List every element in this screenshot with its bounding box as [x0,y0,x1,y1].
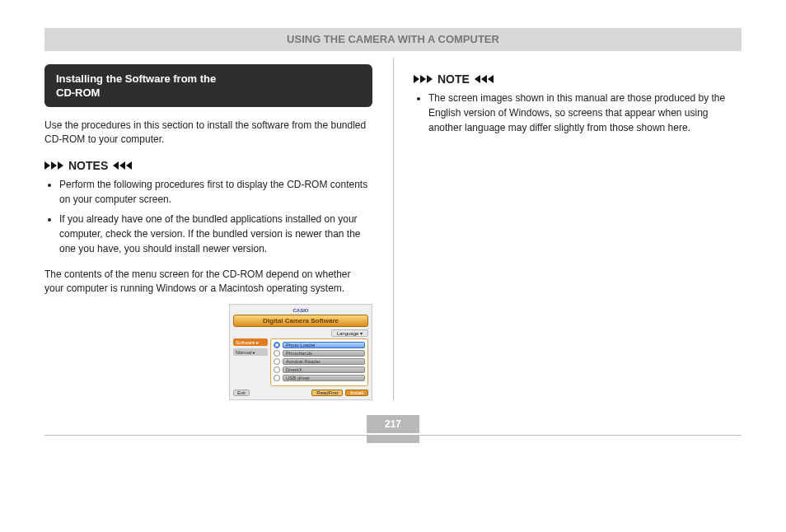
list-item-label: USB driver [283,375,365,381]
radio-icon [274,342,280,348]
sidebar-tab-manual: Manual ▸ [233,348,268,356]
installer-screenshot: CASIO Digital Camera Software Language ▾… [44,304,372,400]
install-button: Install [345,390,368,396]
chevrons-right-icon [44,161,63,170]
installer-list: Photo Loader Photohands Acrobat Reader D… [270,338,368,386]
column-divider-gap [372,51,414,400]
topic-title-box: Installing the Software from the CD-ROM [44,64,372,107]
page-number: 217 [367,415,419,433]
list-item: The screen images shown in this manual a… [428,91,742,135]
vertical-divider [393,58,394,400]
list-item: Perform the following procedures first t… [59,177,372,207]
radio-icon [274,358,280,365]
section-title: USING THE CAMERA WITH A COMPUTER [44,28,742,51]
section-bar: USING THE CAMERA WITH A COMPUTER [44,28,742,51]
list-item: USB driver [274,375,365,381]
notes-list: The screen images shown in this manual a… [428,91,742,135]
notes-heading-label: NOTE [437,72,470,86]
radio-icon [274,350,280,357]
chevrons-right-icon [414,75,433,83]
chevrons-left-icon [475,75,494,83]
installer-body: Software ▸ Manual ▸ Photo Loader Photoha… [233,338,368,386]
lead-text: Use the procedures in this section to in… [44,119,372,147]
installer-brand: CASIO [233,308,368,313]
list-item-label: Photohands [283,350,365,357]
installer-title: Digital Camera Software [233,315,368,327]
list-item-label: DirectX [283,366,365,373]
list-item: Acrobat Reader [274,358,365,365]
installer-sidebar: Software ▸ Manual ▸ [233,338,268,386]
notes-list: Perform the following procedures first t… [59,177,372,256]
list-item: DirectX [274,366,365,373]
sidebar-tab-software: Software ▸ [233,338,268,346]
list-item-label: Photo Loader [283,342,365,348]
page-footer: 217 [44,415,742,443]
list-item: If you already have one of the bundled a… [59,212,372,256]
installer-window: CASIO Digital Camera Software Language ▾… [229,304,372,400]
page-number-shadow [367,435,419,443]
list-item-label: Acrobat Reader [283,358,365,365]
topic-title-line2: CD-ROM [56,86,361,100]
language-selector: Language ▾ [233,329,368,337]
exit-button: Exit [233,390,250,396]
content-columns: Installing the Software from the CD-ROM … [44,51,742,400]
radio-icon [274,375,280,381]
readme-button: ReadFirst [311,390,343,396]
notes-heading: NOTES [44,159,372,172]
radio-icon [274,366,280,373]
chevrons-left-icon [113,161,132,170]
language-label: Language ▾ [331,329,368,337]
installer-footer: Exit ReadFirst Install [233,390,368,396]
right-column: NOTE The screen images shown in this man… [414,51,742,400]
list-item: Photohands [274,350,365,357]
notes-heading-label: NOTES [68,159,108,172]
notes-heading: NOTE [414,72,742,86]
left-column: Installing the Software from the CD-ROM … [44,51,372,400]
list-item: Photo Loader [274,342,365,348]
topic-title-line1: Installing the Software from the [56,72,361,86]
sub-text: The contents of the menu screen for the … [44,268,372,296]
